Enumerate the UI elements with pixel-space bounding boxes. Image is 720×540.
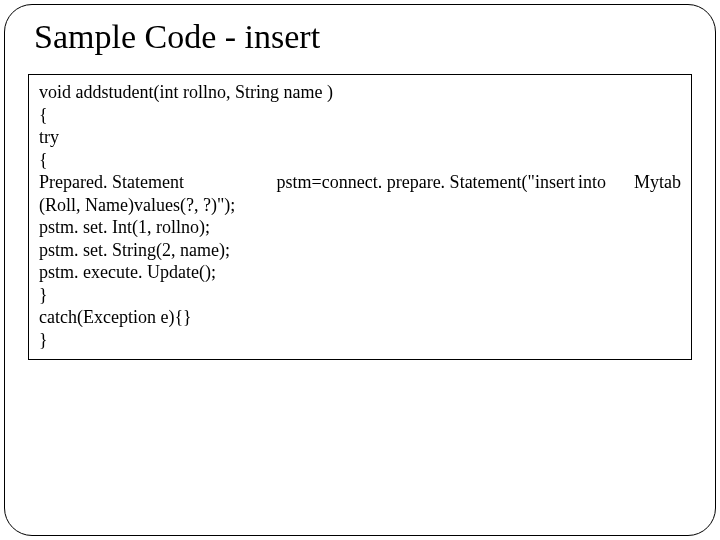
code-text: Mytab (634, 172, 681, 192)
code-line: pstm. set. Int(1, rollno); (39, 216, 681, 239)
code-line: pstm. execute. Update(); (39, 261, 681, 284)
code-text: Prepared. Statement (39, 172, 184, 192)
code-block: void addstudent(int rollno, String name … (28, 74, 692, 360)
code-line: try (39, 126, 681, 149)
code-line: Prepared. Statement pstm=connect. prepar… (39, 171, 681, 194)
code-line: } (39, 329, 681, 352)
code-line: (Roll, Name)values(?, ?)"); (39, 194, 681, 217)
slide: Sample Code - insert void addstudent(int… (0, 0, 720, 540)
slide-title: Sample Code - insert (34, 18, 692, 56)
code-line: void addstudent(int rollno, String name … (39, 81, 681, 104)
code-line: pstm. set. String(2, name); (39, 239, 681, 262)
code-line: } (39, 284, 681, 307)
code-text: into (578, 172, 606, 192)
code-line: { (39, 104, 681, 127)
code-line: { (39, 149, 681, 172)
code-line: catch(Exception e){} (39, 306, 681, 329)
code-text: pstm=connect. prepare. Statement("insert (277, 172, 575, 192)
